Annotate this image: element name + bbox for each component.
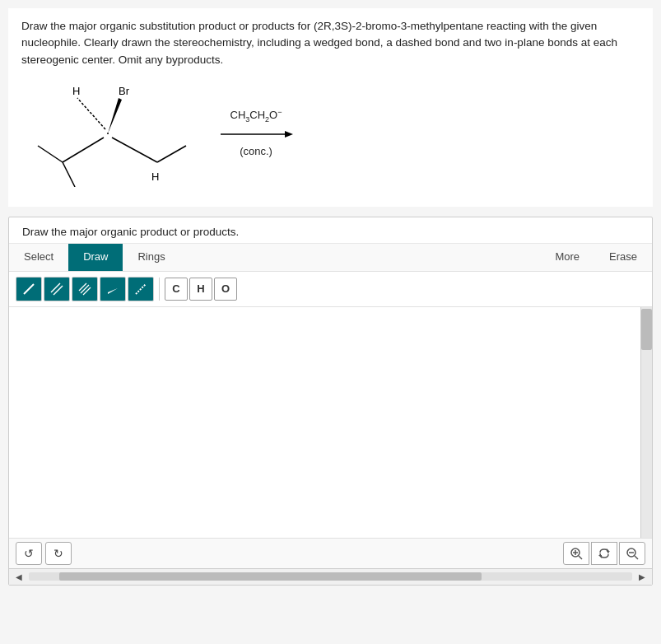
svg-text:H: H bbox=[151, 170, 159, 183]
svg-marker-25 bbox=[607, 548, 610, 552]
arrow-section: CH3CH2O− (conc.) bbox=[219, 107, 293, 160]
svg-text:H: H bbox=[72, 85, 80, 97]
svg-line-8 bbox=[157, 146, 186, 162]
tab-rings[interactable]: Rings bbox=[123, 244, 179, 271]
svg-line-6 bbox=[38, 146, 63, 162]
svg-line-7 bbox=[63, 162, 75, 187]
svg-marker-26 bbox=[598, 555, 602, 558]
atom-h-button[interactable]: H bbox=[189, 278, 212, 301]
h-scroll-left[interactable]: ◀ bbox=[12, 571, 26, 583]
reaction-diagram: H Br H CH3CH2O− bbox=[30, 80, 640, 187]
svg-line-28 bbox=[635, 556, 638, 559]
vertical-scrollbar[interactable] bbox=[640, 307, 652, 538]
svg-line-5 bbox=[112, 138, 157, 162]
dashed-bond-button[interactable] bbox=[128, 277, 154, 301]
tab-more[interactable]: More bbox=[540, 244, 594, 271]
reaction-arrow-svg bbox=[219, 127, 293, 142]
single-bond-button[interactable] bbox=[16, 277, 42, 301]
h-scroll-track[interactable] bbox=[29, 572, 632, 581]
horizontal-scrollbar[interactable]: ◀ ▶ bbox=[9, 568, 652, 585]
toolbar: Select Draw Rings More Erase bbox=[9, 244, 652, 272]
triple-bond-button[interactable] bbox=[72, 277, 98, 301]
atom-c-button[interactable]: C bbox=[165, 278, 188, 301]
svg-marker-19 bbox=[108, 288, 118, 294]
tab-draw[interactable]: Draw bbox=[68, 244, 123, 271]
h-scroll-right[interactable]: ▶ bbox=[635, 571, 649, 583]
zoom-out-button[interactable] bbox=[619, 542, 645, 565]
atom-o-button[interactable]: O bbox=[214, 278, 237, 301]
draw-panel: Draw the major organic product or produc… bbox=[8, 217, 653, 586]
svg-line-20 bbox=[136, 284, 146, 294]
wedge-bond-button[interactable] bbox=[100, 277, 126, 301]
svg-line-17 bbox=[81, 285, 89, 293]
reaction-condition: (conc.) bbox=[240, 143, 272, 160]
molecule-svg: H Br H bbox=[30, 80, 211, 187]
double-bond-button[interactable] bbox=[44, 277, 70, 301]
svg-point-10 bbox=[107, 133, 109, 134]
svg-line-14 bbox=[51, 283, 60, 292]
tab-erase[interactable]: Erase bbox=[594, 244, 652, 271]
svg-line-16 bbox=[79, 283, 86, 291]
svg-line-15 bbox=[54, 286, 63, 295]
svg-marker-2 bbox=[108, 98, 122, 133]
svg-line-18 bbox=[83, 287, 91, 295]
draw-panel-title: Draw the major organic product or produc… bbox=[9, 217, 652, 244]
zoom-reset-button[interactable] bbox=[591, 542, 617, 565]
undo-button[interactable]: ↺ bbox=[16, 542, 42, 565]
toolbar-separator bbox=[159, 278, 160, 301]
question-text: Draw the major organic substitution prod… bbox=[21, 18, 640, 68]
svg-line-3 bbox=[77, 98, 105, 129]
question-container: Draw the major organic substitution prod… bbox=[8, 8, 653, 207]
zoom-group bbox=[563, 542, 645, 565]
svg-line-22 bbox=[579, 556, 582, 559]
h-scroll-thumb[interactable] bbox=[59, 572, 482, 581]
svg-line-4 bbox=[63, 138, 104, 162]
svg-line-13 bbox=[24, 284, 34, 294]
reagent-formula: CH3CH2O− bbox=[230, 107, 282, 125]
canvas-footer: ↺ ↻ bbox=[9, 538, 652, 568]
redo-button[interactable]: ↻ bbox=[45, 542, 72, 565]
draw-canvas[interactable] bbox=[9, 307, 652, 538]
undo-redo-group: ↺ ↻ bbox=[16, 542, 72, 565]
svg-text:Br: Br bbox=[119, 85, 130, 97]
bond-toolbar: C H O bbox=[9, 272, 652, 307]
svg-marker-12 bbox=[285, 131, 293, 138]
vertical-scrollbar-thumb[interactable] bbox=[641, 309, 652, 350]
tab-select[interactable]: Select bbox=[9, 244, 68, 271]
zoom-in-button[interactable] bbox=[563, 542, 589, 565]
